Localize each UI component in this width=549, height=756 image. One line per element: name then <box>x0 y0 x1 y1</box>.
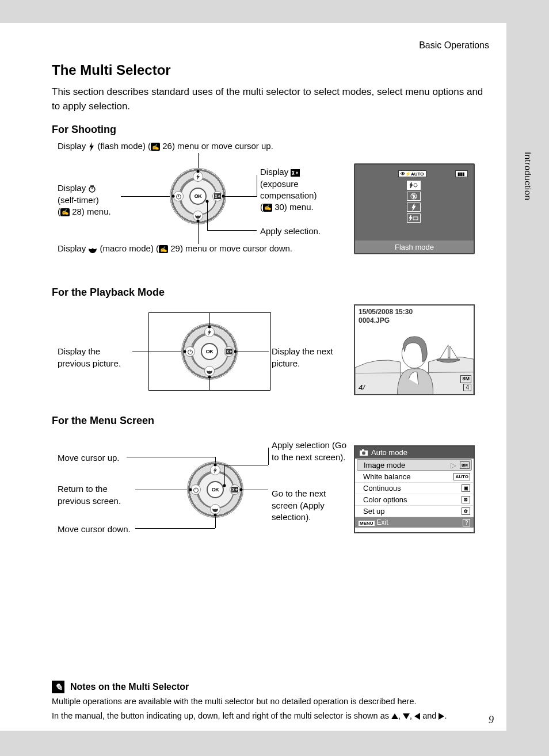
multi-selector-wheel: OK <box>187 461 243 518</box>
wheel-right-exposure <box>212 191 223 201</box>
shooting-down-label: Display (macro mode) (✍ 29) menu or move… <box>58 243 317 254</box>
self-timer-icon <box>88 185 96 193</box>
menu-screen-title: Auto mode <box>355 446 474 459</box>
ok-button: OK <box>189 188 207 205</box>
page-number: 9 <box>489 714 494 726</box>
flash-options-list <box>407 181 421 223</box>
wheel-left-timer <box>173 191 184 201</box>
menu-item: White balanceAUTO <box>355 471 474 483</box>
menu-item-label: Continuous <box>363 484 401 492</box>
wheel-up-flash <box>193 171 203 182</box>
note-pencil-icon: ✎ <box>52 681 64 693</box>
shooting-left-label: Display (self-timer) ((self-timer)(✍ 28)… <box>58 182 124 217</box>
shooting-right-label: Display (exposurecompensation)(✍ 30) men… <box>260 166 352 213</box>
shooting-section: Display (flash mode) (✍ 26) menu or move… <box>58 140 495 273</box>
menu-item: Continuous▣ <box>355 483 474 494</box>
playback-left-label: Display the previous picture. <box>58 346 132 369</box>
menu-item-label: Set up <box>363 507 385 516</box>
menu-screen: Auto mode Image mode▷8MWhite balanceAUTO… <box>354 445 475 533</box>
flash-icon <box>88 142 95 151</box>
flash-slow-icon <box>407 213 421 223</box>
shooting-apply-label: Apply selection. <box>260 226 321 237</box>
menu-left-label: Return to the previous screen. <box>58 483 132 507</box>
menu-item: Set up✿ <box>355 506 474 517</box>
menu-item-label: Image mode <box>364 461 405 469</box>
triangle-down-icon <box>403 713 410 719</box>
playback-counter: 4/ <box>359 383 365 392</box>
playback-right-label: Display the next picture. <box>272 346 346 369</box>
wheel-down <box>204 366 215 376</box>
menu-item-badge: ⊠ <box>462 496 470 503</box>
macro-icon <box>88 246 97 253</box>
page-ref-icon: ✍ <box>263 204 272 212</box>
svg-point-4 <box>414 184 417 187</box>
menu-right-label: Go to the next screen (Apply selection). <box>272 488 352 523</box>
flash-off-icon <box>407 192 421 201</box>
side-tab-label: Introduction <box>523 152 533 200</box>
status-auto-icon: 👁 ⚡AUTO <box>398 170 426 177</box>
triangle-left-icon <box>414 713 420 720</box>
exposure-comp-icon <box>291 169 300 177</box>
ok-button: OK <box>201 343 218 360</box>
page-ref-icon: ✍ <box>60 208 70 216</box>
wheel-down <box>210 504 220 514</box>
wheel-up <box>204 327 215 337</box>
playback-datetime: 15/05/2008 15:30 0004.JPG <box>359 308 413 324</box>
flash-screen-footer: Flash mode <box>355 240 474 253</box>
playback-heading: For the Playback Mode <box>52 287 495 299</box>
menu-item-label: White balance <box>363 472 410 481</box>
menu-item-label: Color options <box>363 495 407 504</box>
intro-text: This section describes standard uses of … <box>52 85 489 113</box>
help-icon: ? <box>463 519 470 526</box>
svg-rect-6 <box>413 217 418 220</box>
menu-up-label: Move cursor up. <box>58 452 120 464</box>
wheel-left <box>190 484 201 495</box>
camera-icon <box>360 449 368 456</box>
flash-mode-screen: 👁 ⚡AUTO ▮▮▮ Flash mode <box>354 163 475 254</box>
notes-p1: Multiple operations are available with t… <box>52 696 490 707</box>
menu-item: Color options⊠ <box>355 494 474 506</box>
menu-item: Image mode▷8M <box>357 459 472 471</box>
menu-chip-icon: MENU <box>359 521 375 526</box>
wheel-right <box>230 484 240 495</box>
notes-box: ✎ Notes on the Multi Selector Multiple o… <box>52 681 490 724</box>
menu-section: Move cursor up. Return to the previous s… <box>58 432 495 535</box>
menu-item-badge: ▣ <box>462 484 470 492</box>
menu-down-label: Move cursor down. <box>58 524 131 535</box>
notes-p2: In the manual, the button indicating up,… <box>52 710 490 721</box>
header-section: Basic Operations <box>52 40 495 51</box>
flash-auto-redeye-icon <box>407 181 421 190</box>
svg-point-14 <box>362 452 365 455</box>
menu-screen-footer: MENUExit ? <box>355 517 474 528</box>
page-ref-icon: ✍ <box>159 245 168 253</box>
chevron-right-icon: ▷ <box>451 461 456 469</box>
wheel-left <box>185 346 195 357</box>
wheel-right <box>224 346 234 357</box>
menu-item-badge: ✿ <box>462 507 470 515</box>
playback-screen: 15/05/2008 15:30 0004.JPG 8M 4 4/ <box>354 304 475 395</box>
playback-info-icons: 8M 4 <box>460 374 471 392</box>
multi-selector-wheel: OK <box>170 168 226 224</box>
ok-button: OK <box>207 481 224 498</box>
shooting-up-label: Display (flash mode) (✍ 26) menu or move… <box>58 140 328 152</box>
menu-item-badge: AUTO <box>453 473 470 480</box>
svg-rect-3 <box>291 169 300 177</box>
menu-ok-label: Apply selection (Go to the next screen). <box>272 440 352 463</box>
multi-selector-wheel: OK <box>181 323 238 380</box>
flash-on-icon <box>407 203 421 212</box>
notes-heading: Notes on the Multi Selector <box>70 682 189 692</box>
svg-rect-13 <box>362 449 364 451</box>
wheel-up <box>210 465 220 475</box>
page-ref-icon: ✍ <box>151 143 160 151</box>
page-title: The Multi Selector <box>52 62 495 78</box>
playback-section: Display the previous picture. Display th… <box>58 303 495 401</box>
menu-heading: For the Menu Screen <box>52 415 495 427</box>
triangle-right-icon <box>439 713 444 720</box>
status-battery-icon: ▮▮▮ <box>455 170 468 177</box>
triangle-up-icon <box>391 713 398 719</box>
shooting-heading: For Shooting <box>52 124 495 136</box>
menu-item-badge: 8M <box>460 461 470 469</box>
manual-page: Basic Operations The Multi Selector This… <box>0 23 506 731</box>
